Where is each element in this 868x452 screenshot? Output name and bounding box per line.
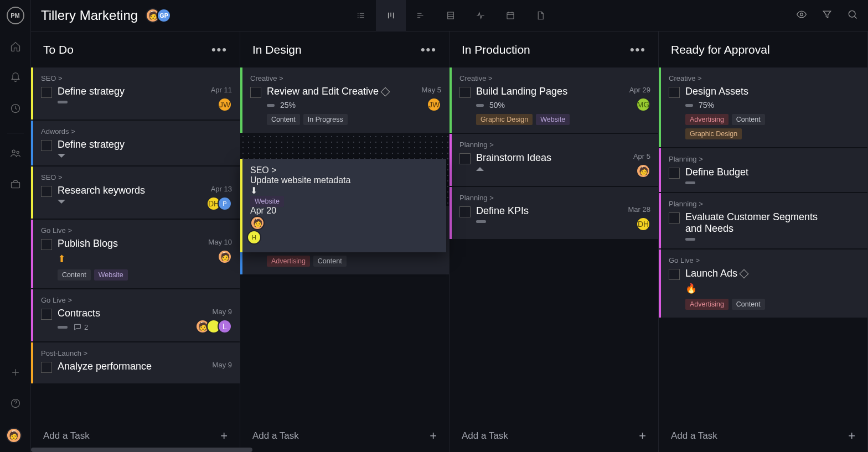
- task-card[interactable]: Planning > Define Budget: [659, 148, 867, 192]
- view-calendar-icon[interactable]: [495, 0, 525, 32]
- task-card[interactable]: Planning > Brainstorm Ideas Apr 5 🧑: [450, 134, 658, 186]
- assignee-avatar[interactable]: 🧑: [250, 216, 265, 230]
- task-checkbox[interactable]: [41, 239, 52, 250]
- task-breadcrumb[interactable]: Planning >: [459, 194, 650, 202]
- task-card[interactable]: Go Live > Publish Blogs ⬆ ContentWebsite…: [31, 220, 240, 288]
- task-breadcrumb[interactable]: Creative >: [669, 74, 860, 82]
- task-breadcrumb[interactable]: Planning >: [669, 200, 860, 208]
- nav-briefcase-icon[interactable]: [9, 178, 22, 191]
- task-checkbox[interactable]: [250, 87, 261, 98]
- task-tag[interactable]: Graphic Design: [476, 114, 533, 125]
- task-tag[interactable]: Advertising: [267, 256, 310, 267]
- task-checkbox[interactable]: [459, 206, 471, 217]
- task-card[interactable]: SEO > Research keywords Apr 13 DHP: [31, 167, 240, 219]
- task-comments[interactable]: 2: [73, 323, 88, 331]
- task-breadcrumb[interactable]: Go Live >: [41, 296, 232, 304]
- column-more-icon[interactable]: •••: [211, 43, 228, 57]
- task-checkbox[interactable]: [669, 168, 680, 179]
- task-date: Apr 20: [250, 206, 438, 216]
- task-breadcrumb[interactable]: Go Live >: [669, 256, 860, 264]
- view-sheet-icon[interactable]: [436, 0, 466, 32]
- task-tag[interactable]: Website: [94, 269, 128, 280]
- assignee-avatar[interactable]: H: [247, 230, 261, 245]
- nav-recent-icon[interactable]: [9, 102, 22, 115]
- task-breadcrumb[interactable]: Post-Launch >: [41, 349, 232, 357]
- add-task-button[interactable]: Add a Task +: [659, 420, 867, 452]
- task-checkbox[interactable]: [41, 140, 52, 151]
- task-checkbox[interactable]: [459, 153, 471, 164]
- nav-add-icon[interactable]: [9, 366, 22, 379]
- project-members[interactable]: 🧑 GP: [146, 8, 171, 23]
- task-breadcrumb[interactable]: Go Live >: [41, 226, 232, 235]
- task-breadcrumb[interactable]: SEO >: [250, 165, 438, 175]
- nav-notification-icon[interactable]: [9, 71, 22, 84]
- watch-icon[interactable]: [796, 9, 807, 22]
- task-tag[interactable]: Website: [536, 114, 570, 125]
- task-card[interactable]: Go Live > Launch Ads 🔥 AdvertisingConten…: [659, 250, 867, 318]
- column-more-icon[interactable]: •••: [421, 43, 437, 57]
- view-board-icon[interactable]: [376, 0, 406, 32]
- task-tag[interactable]: Website: [250, 196, 284, 207]
- task-tag[interactable]: In Progress: [303, 114, 348, 125]
- assignee-avatar[interactable]: DH: [636, 217, 650, 231]
- task-breadcrumb[interactable]: Planning >: [459, 141, 650, 149]
- search-icon[interactable]: [847, 9, 858, 22]
- column-more-icon[interactable]: •••: [630, 43, 646, 57]
- task-card[interactable]: Post-Launch > Analyze performance May 9: [31, 342, 240, 383]
- task-breadcrumb[interactable]: Adwords >: [41, 127, 232, 136]
- task-checkbox[interactable]: [41, 309, 52, 320]
- view-files-icon[interactable]: [525, 0, 555, 32]
- task-checkbox[interactable]: [669, 269, 680, 280]
- task-card[interactable]: SEO > Update website metadata ⬇ Website …: [240, 159, 446, 252]
- task-checkbox[interactable]: [41, 87, 52, 98]
- filter-icon[interactable]: [822, 9, 833, 22]
- task-card[interactable]: Creative > Design Assets 75% Advertising…: [659, 67, 867, 147]
- task-card[interactable]: SEO > Define strategy Apr 11 JW: [31, 67, 240, 120]
- task-tag[interactable]: Content: [732, 299, 765, 310]
- task-breadcrumb[interactable]: Planning >: [669, 155, 860, 163]
- app-logo[interactable]: PM: [7, 7, 24, 24]
- task-assignees: DH: [636, 217, 650, 231]
- task-checkbox[interactable]: [41, 362, 52, 373]
- assignee-avatar[interactable]: MG: [636, 97, 650, 112]
- task-tag[interactable]: Advertising: [685, 114, 728, 125]
- member-avatar[interactable]: GP: [157, 8, 171, 23]
- nav-help-icon[interactable]: [9, 397, 22, 410]
- view-list-icon[interactable]: [346, 0, 376, 32]
- task-card[interactable]: Adwords > Define strategy: [31, 121, 240, 165]
- view-activity-icon[interactable]: [466, 0, 495, 32]
- task-breadcrumb[interactable]: SEO >: [41, 173, 232, 181]
- add-task-button[interactable]: Add a Task +: [240, 420, 449, 452]
- task-breadcrumb[interactable]: Creative >: [459, 74, 650, 82]
- task-breadcrumb[interactable]: SEO >: [41, 74, 232, 82]
- task-card[interactable]: Planning > Define KPIs Mar 28 DH: [450, 187, 658, 239]
- current-user-avatar[interactable]: 🧑: [6, 428, 22, 443]
- task-tag[interactable]: Advertising: [685, 299, 728, 310]
- horizontal-scrollbar[interactable]: [31, 448, 252, 452]
- task-card[interactable]: Go Live > Contracts 2 May 9 🧑L: [31, 289, 240, 341]
- assignee-avatar[interactable]: JW: [218, 97, 232, 112]
- nav-home-icon[interactable]: [9, 40, 22, 53]
- task-checkbox[interactable]: [459, 87, 471, 98]
- task-tag[interactable]: Content: [313, 256, 347, 267]
- nav-people-icon[interactable]: [9, 147, 22, 160]
- task-checkbox[interactable]: [669, 212, 680, 224]
- task-date: Apr 5: [633, 152, 650, 160]
- assignee-avatar[interactable]: 🧑: [636, 164, 650, 178]
- task-card[interactable]: Creative > Review and Edit Creative 25% …: [240, 67, 449, 133]
- view-gantt-icon[interactable]: [406, 0, 436, 32]
- assignee-avatar[interactable]: P: [218, 196, 232, 211]
- task-card[interactable]: Creative > Build Landing Pages 50% Graph…: [450, 67, 658, 133]
- task-tag[interactable]: Content: [267, 114, 300, 125]
- task-card[interactable]: Planning > Evaluate Customer Segments an…: [659, 193, 867, 248]
- assignee-avatar[interactable]: 🧑: [218, 250, 232, 264]
- task-checkbox[interactable]: [41, 186, 52, 197]
- add-task-button[interactable]: Add a Task +: [450, 420, 658, 452]
- task-tag[interactable]: Content: [732, 114, 765, 125]
- task-tag[interactable]: Graphic Design: [685, 128, 742, 139]
- assignee-avatar[interactable]: L: [218, 319, 232, 334]
- task-breadcrumb[interactable]: Creative >: [250, 74, 441, 82]
- assignee-avatar[interactable]: JW: [427, 97, 441, 112]
- task-checkbox[interactable]: [669, 87, 680, 98]
- task-tag[interactable]: Content: [58, 269, 91, 280]
